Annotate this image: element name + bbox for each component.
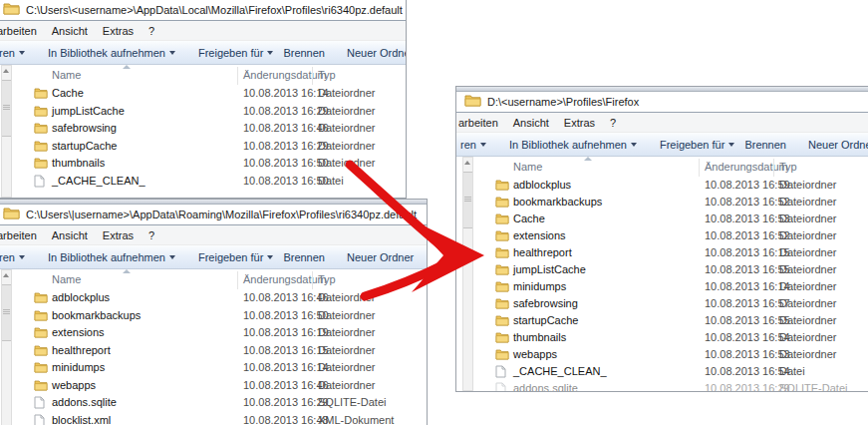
file-date: 10.08.2013 16:50 <box>243 157 329 169</box>
address-bar[interactable]: C:\Users\|username>\AppData\Roaming\Mozi… <box>0 205 427 225</box>
menu-item[interactable]: ? <box>148 25 154 37</box>
explorer-window: C:\Users\<username>\AppData\Local\Mozill… <box>0 0 407 199</box>
address-bar[interactable]: C:\Users\<username>\AppData\Local\Mozill… <box>0 0 406 21</box>
toolbar-button[interactable]: Neuer Ordner <box>347 47 407 59</box>
menu-item[interactable]: ? <box>610 117 616 129</box>
sort-ascending-icon <box>584 157 592 161</box>
file-row[interactable]: startupCache10.08.2013 16:29Dateiordner <box>0 138 406 156</box>
toolbar-button[interactable]: ren <box>460 139 486 151</box>
toolbar-button[interactable]: Freigeben für <box>198 251 273 263</box>
address-bar[interactable]: D:\<username>\Profiles\Firefox <box>456 92 868 113</box>
file-row[interactable]: webapps10.08.2013 16:46Dateiordner <box>0 377 427 395</box>
menu-item[interactable]: Ansicht <box>52 25 88 37</box>
chevron-down-icon <box>267 255 273 259</box>
file-name: addons.sqlite <box>52 396 117 408</box>
menu-item[interactable]: Ansicht <box>513 117 549 129</box>
file-date: 10.08.2013 16:46 <box>243 122 329 134</box>
menu-item[interactable]: Extras <box>564 117 595 129</box>
file-row[interactable]: addons.sqlite10.08.2013 16:29SQLITE-Date… <box>0 394 427 412</box>
toolbar-button[interactable]: In Bibliothek aufnehmen <box>48 47 175 59</box>
folder-icon <box>495 196 509 208</box>
column-header-name[interactable]: Name <box>513 161 542 173</box>
column-header-name[interactable]: Name <box>52 69 81 81</box>
column-header-date[interactable]: Änderungsdatum <box>243 273 327 285</box>
column-header-type[interactable]: Typ <box>779 161 797 173</box>
file-row[interactable]: adblockplus10.08.2013 16:46Dateiordner <box>0 289 427 307</box>
folder-icon <box>495 179 509 191</box>
folder-icon <box>34 326 48 338</box>
file-row[interactable]: blocklist.xml10.08.2013 16:48XML-Dokumen… <box>0 412 427 425</box>
file-row[interactable]: Cache10.08.2013 16:14Dateiordner <box>0 85 406 103</box>
toolbar-button[interactable]: Freigeben für <box>198 47 273 59</box>
file-row[interactable]: healthreport10.08.2013 16:15Dateiordner <box>456 244 868 261</box>
toolbar-button[interactable]: In Bibliothek aufnehmen <box>509 139 637 151</box>
file-name: Cache <box>52 87 84 99</box>
file-row[interactable]: startupCache10.08.2013 16:55Dateiordner <box>456 312 868 329</box>
file-list-area: Name Änderungsdatum Typ Cache10.08.2013 … <box>0 65 406 198</box>
toolbar-button[interactable]: Brennen <box>744 139 786 151</box>
menu-bar: arbeitenAnsichtExtras? <box>0 21 406 41</box>
toolbar-button[interactable]: ren <box>0 251 25 263</box>
file-row[interactable]: bookmarkbackups10.08.2013 16:52Dateiordn… <box>456 194 868 211</box>
file-date: 10.08.2013 16:15 <box>705 246 790 258</box>
menu-item[interactable]: arbeiten <box>0 25 37 37</box>
column-header-date[interactable]: Änderungsdatum <box>705 161 788 173</box>
toolbar-button-label: In Bibliothek aufnehmen <box>48 251 165 263</box>
file-row[interactable]: safebrowsing10.08.2013 16:46Dateiordner <box>0 120 406 138</box>
folder-icon <box>3 1 20 19</box>
file-row[interactable]: addons.sqlite10.08.2013 16:29SQLITE-Date… <box>456 380 868 392</box>
file-row[interactable]: healthreport10.08.2013 16:15Dateiordner <box>0 342 427 360</box>
file-row[interactable]: bookmarkbackups10.08.2013 16:50Dateiordn… <box>0 307 427 325</box>
menu-item[interactable]: Ansicht <box>52 229 88 241</box>
toolbar-button[interactable]: Freigeben für <box>660 139 734 151</box>
file-row[interactable]: Cache10.08.2013 16:53Dateiordner <box>456 211 868 227</box>
menu-item[interactable]: ? <box>148 229 154 241</box>
file-row[interactable]: extensions10.08.2013 16:52Dateiordner <box>456 227 868 244</box>
file-row[interactable]: thumbnails10.08.2013 16:54Dateiordner <box>456 329 868 346</box>
file-row[interactable]: safebrowsing10.08.2013 16:57Dateiordner <box>456 295 868 312</box>
file-row[interactable]: minidumps10.08.2013 16:14Dateiordner <box>0 359 427 377</box>
menu-item[interactable]: Extras <box>103 25 134 37</box>
file-row[interactable]: webapps10.08.2013 16:53Dateiordner <box>456 346 868 363</box>
file-name: minidumps <box>513 280 566 292</box>
column-header-type[interactable]: Typ <box>318 69 336 81</box>
file-type: SQLITE-Datei <box>779 382 847 392</box>
column-header-type[interactable]: Typ <box>318 273 336 285</box>
file-name: bookmarkbackups <box>52 309 141 321</box>
file-row[interactable]: adblockplus10.08.2013 16:59Dateiordner <box>456 177 868 194</box>
file-row[interactable]: _CACHE_CLEAN_10.08.2013 16:50Datei <box>0 173 406 191</box>
file-row[interactable]: minidumps10.08.2013 16:14Dateiordner <box>456 278 868 295</box>
file-row[interactable]: jumpListCache10.08.2013 16:55Dateiordner <box>456 261 868 278</box>
folder-icon <box>495 348 509 360</box>
toolbar-button[interactable]: In Bibliothek aufnehmen <box>48 251 175 263</box>
file-type: Dateiordner <box>779 212 836 224</box>
column-header-date[interactable]: Änderungsdatum <box>243 69 327 81</box>
folder-icon <box>495 263 509 275</box>
menu-item[interactable]: arbeiten <box>458 117 498 129</box>
chevron-down-icon <box>267 51 273 55</box>
toolbar-button[interactable]: Neuer Ordner <box>347 251 414 263</box>
chevron-down-icon <box>480 143 486 147</box>
file-date: 10.08.2013 16:55 <box>705 314 790 326</box>
toolbar-button[interactable]: Brennen <box>283 251 325 263</box>
toolbar-button[interactable]: ren <box>0 47 25 59</box>
toolbar-button[interactable]: Neuer Ordner <box>808 139 868 151</box>
toolbar-button-label: Brennen <box>744 139 786 151</box>
file-type: Dateiordner <box>779 297 836 309</box>
file-row[interactable]: extensions10.08.2013 16:19Dateiordner <box>0 324 427 342</box>
menu-item[interactable]: arbeiten <box>0 229 37 241</box>
file-name: blocklist.xml <box>52 414 111 425</box>
column-header-name[interactable]: Name <box>52 273 81 285</box>
file-date: 10.08.2013 16:54 <box>705 331 790 343</box>
file-name: _CACHE_CLEAN_ <box>513 365 607 377</box>
file-row[interactable]: jumpListCache10.08.2013 16:29Dateiordner <box>0 103 406 121</box>
menu-item[interactable]: Extras <box>103 229 134 241</box>
file-type: Dateiordner <box>779 263 836 275</box>
file-row[interactable]: _CACHE_CLEAN_10.08.2013 16:54Datei <box>456 363 868 380</box>
file-icon <box>495 382 506 392</box>
file-date: 10.08.2013 16:15 <box>243 344 329 356</box>
toolbar-button[interactable]: Brennen <box>283 47 325 59</box>
file-row[interactable]: thumbnails10.08.2013 16:50Dateiordner <box>0 155 406 173</box>
file-date: 10.08.2013 16:52 <box>705 196 790 208</box>
file-type: Dateiordner <box>318 379 375 391</box>
